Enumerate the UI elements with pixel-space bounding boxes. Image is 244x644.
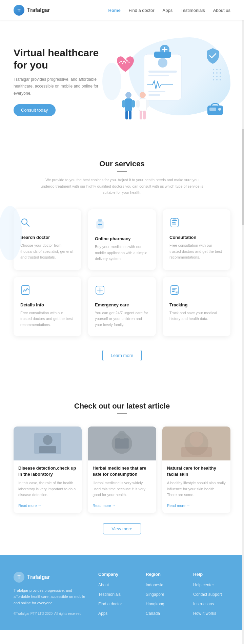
consultation-icon: [169, 217, 224, 230]
article-card-2: Natural care for healthy facial skin A h…: [162, 427, 230, 513]
svg-rect-8: [148, 91, 165, 92]
hero-description: Trafalgar provides progressive, and affo…: [14, 76, 108, 97]
footer-company-link-0[interactable]: About: [98, 583, 109, 587]
svg-rect-42: [98, 219, 102, 222]
service-card-consultation: Consultation Free consultation with our …: [163, 209, 230, 270]
emergency-icon: [95, 285, 149, 298]
svg-rect-13: [131, 100, 135, 108]
nav-apps[interactable]: Apps: [163, 8, 173, 13]
service-card-pharmacy: Online pharmacy Buy your medicines with …: [88, 209, 156, 270]
svg-rect-14: [125, 111, 128, 119]
view-more-wrap: View more: [14, 523, 230, 534]
footer-help-link-2[interactable]: Instructions: [193, 602, 214, 606]
svg-rect-55: [172, 288, 177, 289]
articles-section: Check out our latest article Disease det…: [0, 381, 244, 555]
read-more-0[interactable]: Read more →: [18, 504, 41, 508]
footer-grid: T Trafalgar Trafalgar provides progressi…: [14, 572, 230, 620]
hero-illustration: [108, 41, 230, 122]
article-title-1: Herbal medicines that are safe for consu…: [93, 465, 151, 477]
svg-point-30: [220, 72, 221, 74]
footer-help-link-3[interactable]: How it works: [193, 611, 216, 616]
services-grid: Search doctor Choose your doctor from th…: [14, 209, 230, 336]
learn-more-button[interactable]: Learn more: [102, 350, 142, 361]
svg-rect-48: [172, 224, 176, 225]
svg-point-70: [189, 432, 203, 447]
footer-logo-icon: T: [14, 572, 24, 583]
view-more-button[interactable]: View more: [103, 523, 141, 534]
footer-company-heading: Company: [98, 572, 136, 577]
service-desc-2: Free consultation with our trusted docto…: [169, 243, 224, 261]
footer-region-link-2[interactable]: Hongkong: [146, 602, 164, 606]
nav-testimonials[interactable]: Testimonials: [181, 8, 205, 13]
svg-rect-47: [172, 222, 176, 223]
learn-more-wrap: Learn more: [14, 350, 230, 361]
logo: T Trafalgar: [14, 5, 50, 16]
svg-rect-20: [140, 111, 142, 119]
svg-point-24: [218, 108, 221, 111]
footer-brand: T Trafalgar Trafalgar provides progressi…: [14, 572, 88, 620]
footer-company-link-3[interactable]: Apps: [98, 611, 107, 616]
article-img-1: [88, 427, 156, 460]
footer-region-link-0[interactable]: Indonesia: [146, 583, 163, 587]
footer-logo: T Trafalgar: [14, 572, 88, 583]
footer-region-links: Indonesia Singapore Hongkong Canada: [146, 582, 183, 616]
dots-decoration: [212, 68, 225, 90]
svg-point-25: [213, 69, 214, 70]
article-desc-1: Herbal medicine is very widely used this…: [93, 480, 151, 498]
nav-home[interactable]: Home: [108, 8, 121, 13]
svg-point-67: [118, 431, 126, 439]
svg-point-35: [216, 79, 218, 80]
svg-rect-9: [148, 94, 160, 96]
services-section: Our services We provide to you the best …: [0, 139, 244, 381]
footer-region-link-3[interactable]: Canada: [146, 611, 160, 616]
footer-copy: ©Trafalgar PTY LTD 2020. All rights rese…: [14, 612, 88, 615]
consult-button[interactable]: Consult today: [14, 104, 56, 116]
service-card-details: Details info Free consultation with our …: [14, 277, 81, 336]
services-divider: [117, 171, 127, 172]
svg-rect-71: [181, 447, 212, 457]
articles-grid: Disease detection,check up in the labora…: [14, 427, 230, 513]
article-body-0: Disease detection,check up in the labora…: [14, 460, 82, 513]
service-title-2: Consultation: [169, 235, 224, 240]
footer-help-links: Help center Contact support Instructions…: [193, 582, 230, 616]
service-desc-3: Free consultation with our trusted docto…: [20, 310, 75, 328]
article-card-1: Herbal medicines that are safe for consu…: [88, 427, 156, 513]
service-title-1: Online pharmacy: [95, 236, 149, 241]
article-img-2: [162, 427, 230, 460]
footer-region-link-1[interactable]: Singapore: [146, 592, 164, 597]
svg-rect-50: [22, 286, 29, 295]
svg-rect-17: [139, 98, 146, 111]
hero-title: Virtual healthcare for you: [14, 47, 108, 71]
articles-title: Check out our latest article: [14, 402, 230, 411]
article-img-0: [14, 427, 82, 460]
service-desc-5: Track and save your medical history and …: [169, 310, 224, 322]
svg-rect-19: [146, 100, 149, 108]
articles-divider: [117, 413, 127, 414]
svg-rect-12: [122, 100, 125, 108]
svg-rect-11: [125, 98, 132, 111]
footer-company-links: About Testimonials Find a doctor Apps: [98, 582, 136, 616]
svg-rect-23: [209, 108, 216, 111]
scrollbar[interactable]: [242, 0, 244, 630]
logo-icon: T: [14, 5, 24, 16]
footer-help-link-1[interactable]: Contact support: [193, 592, 222, 597]
footer-company-link-2[interactable]: Find a doctor: [98, 602, 122, 606]
nav-find-doctor[interactable]: Find a doctor: [129, 8, 155, 13]
svg-point-33: [220, 76, 221, 77]
svg-rect-66: [115, 438, 129, 449]
service-title-5: Tracking: [169, 302, 224, 307]
read-more-2[interactable]: Read more →: [167, 504, 190, 508]
svg-point-5: [158, 58, 167, 68]
heart-decoration: [115, 54, 136, 76]
read-more-1[interactable]: Read more →: [93, 504, 116, 508]
hero-text: Virtual healthcare for you Trafalgar pro…: [14, 47, 108, 116]
footer-help-link-0[interactable]: Help center: [193, 583, 214, 587]
services-title: Our services: [14, 159, 230, 168]
svg-point-32: [216, 76, 218, 77]
footer-company-link-1[interactable]: Testimonials: [98, 592, 121, 597]
svg-point-16: [140, 92, 146, 98]
footer-col-region: Region Indonesia Singapore Hongkong Cana…: [146, 572, 183, 620]
nav-about[interactable]: About us: [213, 8, 230, 13]
svg-point-59: [177, 292, 178, 293]
svg-rect-63: [39, 446, 56, 453]
